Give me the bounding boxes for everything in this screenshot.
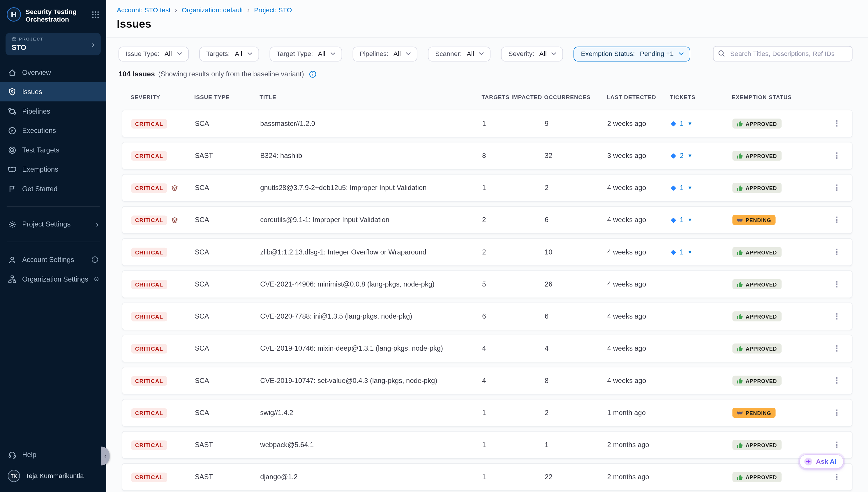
row-menu-button[interactable]: ⋮ [833, 344, 852, 353]
breadcrumb-link-0[interactable]: Account: STO test [117, 6, 171, 14]
issue-row-11[interactable]: CRITICAL SAST django@1.2 1 22 2 months a… [122, 463, 852, 491]
issue-title[interactable]: CVE-2019-10747: set-value@0.4.3 (lang-pk… [260, 377, 482, 385]
chevron-down-icon [552, 52, 557, 55]
row-menu-button[interactable]: ⋮ [833, 311, 852, 321]
filter-exemption-status[interactable]: Exemption Status: Pending +1 [574, 46, 690, 61]
issue-title[interactable]: CVE-2019-10746: mixin-deep@1.3.1 (lang-p… [260, 345, 482, 352]
row-menu-button[interactable]: ⋮ [833, 472, 852, 482]
filter-targets[interactable]: Targets: All [199, 46, 259, 61]
breadcrumb-link-1[interactable]: Organization: default [182, 6, 243, 14]
info-icon[interactable] [91, 256, 99, 263]
ai-sparkle-icon [804, 457, 813, 466]
sidebar-item-exemptions[interactable]: Exemptions [0, 159, 106, 179]
row-menu-button[interactable]: ⋮ [833, 279, 852, 289]
issue-title[interactable]: swig//1.4.2 [260, 409, 482, 417]
occurrences-cell: 9 [545, 120, 607, 128]
filter-scanner[interactable]: Scanner: All [428, 46, 491, 61]
occurrences-cell: 4 [545, 345, 607, 352]
caret-down-icon[interactable]: ▼ [687, 121, 692, 126]
caret-down-icon[interactable]: ▼ [687, 249, 692, 255]
sidebar-item-executions[interactable]: Executions [0, 121, 106, 140]
last-detected-cell: 1 month ago [607, 409, 670, 417]
row-menu-button[interactable]: ⋮ [833, 247, 852, 257]
filter-pipelines[interactable]: Pipelines: All [352, 46, 417, 61]
caret-down-icon[interactable]: ▼ [687, 153, 692, 158]
ticket-count[interactable]: 1 [680, 184, 684, 192]
last-detected-cell: 3 weeks ago [607, 152, 670, 160]
issue-title[interactable]: CVE-2021-44906: minimist@0.0.8 (lang-pkg… [260, 280, 482, 288]
page-header: Account: STO test›Organization: default›… [106, 0, 868, 38]
severity-badge: CRITICAL [131, 344, 167, 353]
issue-row-2[interactable]: CRITICAL SCA gnutls28@3.7.9-2+deb12u5: I… [122, 174, 852, 202]
issue-row-7[interactable]: CRITICAL SCA CVE-2019-10746: mixin-deep@… [122, 335, 852, 362]
sidebar-item-label: Overview [22, 69, 51, 76]
caret-down-icon[interactable]: ▼ [687, 217, 692, 223]
sidebar-item-test-targets[interactable]: Test Targets [0, 140, 106, 160]
issue-title[interactable]: zlib@1:1.2.13.dfsg-1: Integer Overflow o… [260, 248, 482, 256]
issue-row-6[interactable]: CRITICAL SCA CVE-2020-7788: ini@1.3.5 (l… [122, 302, 852, 330]
issue-title[interactable]: CVE-2020-7788: ini@1.3.5 (lang-pkgs, nod… [260, 313, 482, 320]
row-menu-button[interactable]: ⋮ [833, 151, 852, 161]
search-input[interactable] [713, 46, 852, 62]
issue-title[interactable]: bassmaster//1.2.0 [260, 120, 482, 128]
row-menu-button[interactable]: ⋮ [833, 440, 852, 450]
chevron-right-icon: › [92, 40, 95, 48]
row-menu-button[interactable]: ⋮ [833, 119, 852, 128]
occurrences-cell: 8 [545, 377, 607, 385]
issue-title[interactable]: B324: hashlib [260, 152, 482, 160]
flag-icon [8, 184, 17, 193]
issue-row-5[interactable]: CRITICAL SCA CVE-2021-44906: minimist@0.… [122, 270, 852, 298]
breadcrumb-link-2[interactable]: Project: STO [254, 6, 292, 14]
ticket-count[interactable]: 1 [680, 216, 684, 224]
sidebar-item-project-settings[interactable]: Project Settings › [0, 215, 106, 234]
info-icon[interactable] [309, 70, 317, 78]
sidebar-item-label: Pipelines [22, 107, 50, 115]
issue-row-10[interactable]: CRITICAL SAST webpack@5.64.1 1 1 2 month… [122, 431, 852, 459]
tickets-cell: 1 ▼ [670, 184, 733, 192]
targets-impacted-cell: 6 [482, 313, 545, 320]
issue-title[interactable]: webpack@5.64.1 [260, 441, 482, 449]
sidebar-item-pipelines[interactable]: Pipelines [0, 101, 106, 121]
sidebar-item-get-started[interactable]: Get Started [0, 179, 106, 198]
filter-issue-type[interactable]: Issue Type: All [119, 46, 188, 61]
ticket-count[interactable]: 1 [680, 120, 684, 128]
last-detected-cell: 4 weeks ago [607, 377, 670, 385]
last-detected-cell: 4 weeks ago [607, 248, 670, 256]
sidebar-item-organization-settings[interactable]: Organization Settings [0, 269, 106, 289]
issue-title[interactable]: django@1.2 [260, 473, 482, 481]
row-menu-button[interactable]: ⋮ [833, 408, 852, 418]
targets-impacted-cell: 8 [482, 152, 545, 160]
user-menu[interactable]: TK Teja Kummarikuntla [0, 464, 106, 488]
filter-severity[interactable]: Severity: All [501, 46, 563, 61]
ticket-count[interactable]: 2 [680, 152, 684, 160]
row-menu-button[interactable]: ⋮ [833, 215, 852, 225]
help-label: Help [22, 451, 36, 459]
issue-row-4[interactable]: CRITICAL SCA zlib@1:1.2.13.dfsg-1: Integ… [122, 238, 852, 266]
caret-down-icon[interactable]: ▼ [687, 185, 692, 191]
issue-row-9[interactable]: CRITICAL SCA swig//1.4.2 1 2 1 month ago… [122, 399, 852, 427]
jira-ticket-icon [670, 217, 677, 223]
sidebar-item-issues[interactable]: Issues [0, 82, 106, 101]
row-menu-button[interactable]: ⋮ [833, 376, 852, 386]
issue-row-1[interactable]: CRITICAL SAST B324: hashlib 8 32 3 weeks… [122, 142, 852, 170]
issue-row-8[interactable]: CRITICAL SCA CVE-2019-10747: set-value@0… [122, 367, 852, 394]
help-button[interactable]: Help [0, 445, 106, 464]
issue-row-0[interactable]: CRITICAL SCA bassmaster//1.2.0 1 9 2 wee… [122, 109, 852, 137]
ticket-count[interactable]: 1 [680, 248, 684, 256]
chevron-down-icon [406, 52, 411, 55]
occurrences-cell: 6 [545, 313, 607, 320]
row-menu-button[interactable]: ⋮ [833, 183, 852, 193]
issue-title[interactable]: gnutls28@3.7.9-2+deb12u5: Improper Input… [260, 184, 482, 192]
info-icon[interactable] [94, 275, 99, 283]
home-icon [8, 68, 17, 77]
sidebar-item-account-settings[interactable]: Account Settings [0, 250, 106, 269]
issue-row-3[interactable]: CRITICAL SCA coreutils@9.1-1: Improper I… [122, 206, 852, 234]
ask-ai-button[interactable]: Ask AI [799, 454, 844, 469]
project-selector[interactable]: PROJECT STO › [5, 33, 101, 55]
sidebar-item-overview[interactable]: Overview [0, 63, 106, 82]
last-detected-cell: 4 weeks ago [607, 280, 670, 288]
issue-title[interactable]: coreutils@9.1-1: Improper Input Validati… [260, 216, 482, 224]
exemption-status-badge: APPROVED [732, 183, 781, 193]
filter-target-type[interactable]: Target Type: All [269, 46, 342, 61]
app-switcher-grid-icon[interactable] [91, 10, 100, 19]
